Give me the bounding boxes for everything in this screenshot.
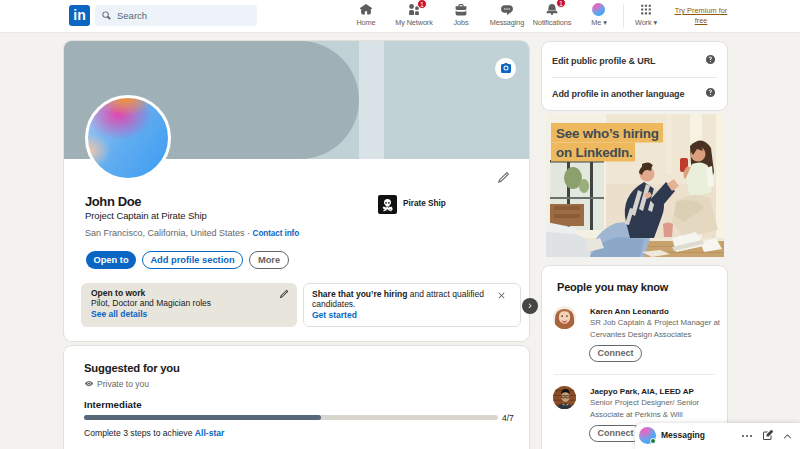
- svg-text:on LinkedIn.: on LinkedIn.: [556, 145, 632, 160]
- svg-text:See who’s hiring: See who’s hiring: [556, 126, 659, 141]
